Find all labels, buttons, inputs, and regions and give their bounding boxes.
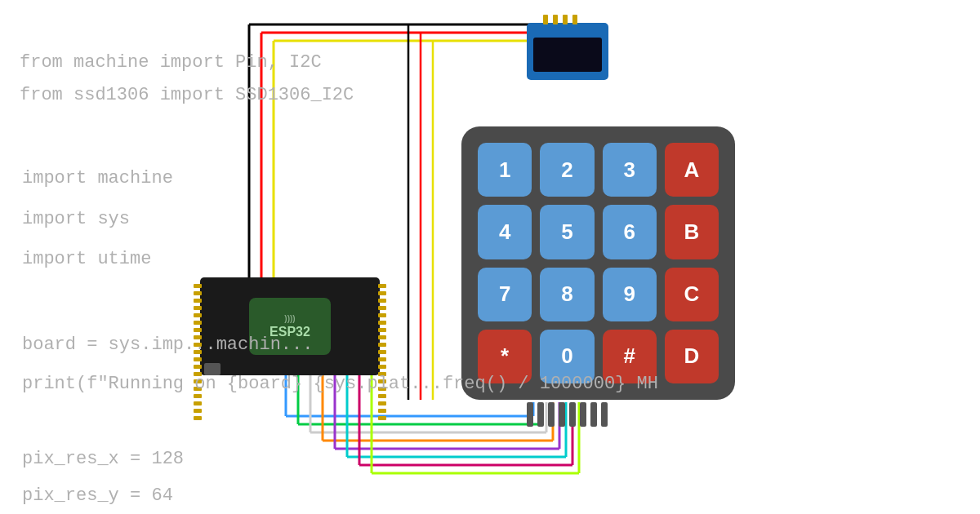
pin-l2 (194, 291, 202, 295)
esp32-board: )))) ESP32 (200, 277, 380, 375)
oled-pin-2 (553, 15, 558, 24)
keypad-connector (527, 402, 608, 427)
pin-r17 (378, 401, 386, 405)
conn-pin-1 (527, 402, 533, 427)
key-0[interactable]: 0 (540, 330, 594, 383)
conn-pin-7 (590, 402, 597, 427)
pin-r13 (378, 372, 386, 376)
pin-l9 (194, 343, 202, 347)
conn-pin-2 (537, 402, 544, 427)
key-2[interactable]: 2 (540, 143, 594, 197)
key-3[interactable]: 3 (603, 143, 657, 197)
oled-pins (543, 15, 577, 24)
pin-r18 (378, 409, 386, 413)
oled-pin-3 (563, 15, 568, 24)
pin-l6 (194, 321, 202, 325)
conn-pin-8 (601, 402, 608, 427)
pin-r3 (378, 299, 386, 303)
key-7[interactable]: 7 (478, 268, 532, 321)
pin-r5 (378, 313, 386, 317)
pin-l12 (194, 365, 202, 369)
pin-r12 (378, 365, 386, 369)
pin-l19 (194, 416, 202, 420)
pin-l3 (194, 299, 202, 303)
key-9[interactable]: 9 (603, 268, 657, 321)
key-hash[interactable]: # (603, 330, 657, 383)
pin-r8 (378, 335, 386, 339)
key-6[interactable]: 6 (603, 205, 657, 259)
pin-l18 (194, 409, 202, 413)
oled-pin-1 (543, 15, 548, 24)
pin-l14 (194, 379, 202, 383)
pin-l15 (194, 387, 202, 391)
key-A[interactable]: A (665, 143, 719, 197)
key-4[interactable]: 4 (478, 205, 532, 259)
pin-r16 (378, 394, 386, 398)
key-D[interactable]: D (665, 330, 719, 383)
pin-r4 (378, 306, 386, 310)
pin-r9 (378, 343, 386, 347)
pin-l17 (194, 401, 202, 405)
key-1[interactable]: 1 (478, 143, 532, 197)
pin-r19 (378, 416, 386, 420)
oled-module (527, 23, 608, 80)
pin-l8 (194, 335, 202, 339)
key-star[interactable]: * (478, 330, 532, 383)
esp32-pins-right (378, 284, 386, 420)
pin-l10 (194, 350, 202, 354)
pin-l4 (194, 306, 202, 310)
pin-r1 (378, 284, 386, 288)
esp32-usb (204, 363, 220, 375)
pin-r14 (378, 379, 386, 383)
pin-l1 (194, 284, 202, 288)
pin-r11 (378, 357, 386, 361)
key-C[interactable]: C (665, 268, 719, 321)
pin-l16 (194, 394, 202, 398)
esp32-chip: )))) ESP32 (249, 298, 331, 355)
key-B[interactable]: B (665, 205, 719, 259)
conn-pin-6 (580, 402, 586, 427)
oled-pin-4 (572, 15, 577, 24)
pin-l11 (194, 357, 202, 361)
conn-pin-3 (548, 402, 555, 427)
pin-r2 (378, 291, 386, 295)
key-5[interactable]: 5 (540, 205, 594, 259)
pin-r10 (378, 350, 386, 354)
pin-l7 (194, 328, 202, 332)
keypad: 1 2 3 A 4 5 6 B 7 8 9 C * 0 # D (461, 126, 735, 400)
esp32-chip-label: ESP32 (270, 325, 310, 339)
esp32-pins-left (194, 284, 202, 420)
pin-r7 (378, 328, 386, 332)
conn-pin-4 (559, 402, 565, 427)
key-8[interactable]: 8 (540, 268, 594, 321)
pin-l5 (194, 313, 202, 317)
conn-pin-5 (569, 402, 576, 427)
pin-l13 (194, 372, 202, 376)
pin-r15 (378, 387, 386, 391)
oled-screen (533, 38, 602, 72)
pin-r6 (378, 321, 386, 325)
